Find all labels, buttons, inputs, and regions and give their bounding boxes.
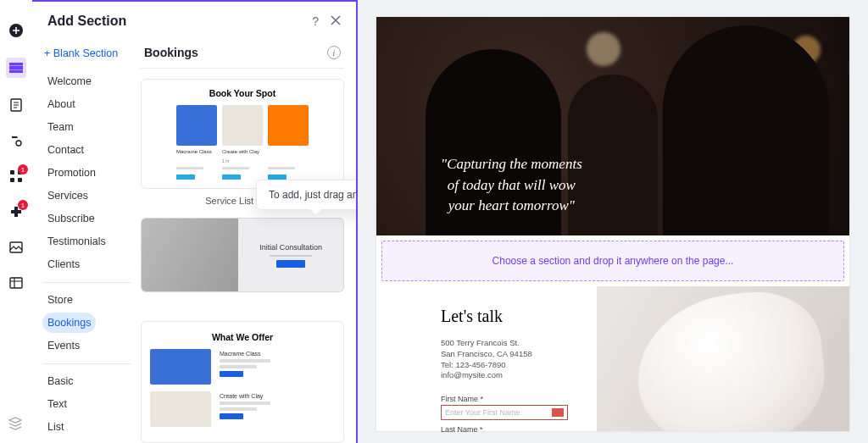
first-name-input[interactable]: Enter Your First Name — [441, 405, 568, 420]
category-services[interactable]: Services — [42, 186, 93, 206]
first-name-label: First Name * — [441, 395, 585, 403]
category-bookings[interactable]: Bookings — [42, 313, 96, 333]
category-basic[interactable]: Basic — [42, 371, 79, 391]
svg-rect-11 — [10, 278, 22, 288]
hero-section: "Capturing the moments of today that wil… — [376, 17, 849, 235]
category-events[interactable]: Events — [42, 335, 85, 356]
category-store[interactable]: Store — [42, 290, 78, 310]
template-title: Initial Consultation — [259, 243, 322, 252]
apps-icon[interactable]: 1 — [8, 168, 25, 185]
apps-badge: 1 — [18, 164, 28, 174]
theme-icon[interactable] — [8, 132, 25, 149]
category-text[interactable]: Text — [42, 394, 72, 414]
contact-section: Let's talk 500 Terry Francois St. San Fr… — [376, 286, 849, 431]
svg-rect-1 — [9, 63, 23, 65]
category-about[interactable]: About — [42, 94, 81, 114]
template-what-we-offer[interactable]: What We Offer Macrame ClassCreate with C… — [141, 321, 344, 443]
media-icon[interactable] — [8, 239, 25, 256]
template-title: Book Your Spot — [148, 88, 337, 98]
category-welcome[interactable]: Welcome — [42, 71, 97, 91]
add-icon[interactable] — [8, 22, 25, 39]
divider — [42, 363, 131, 364]
pages-icon[interactable] — [8, 97, 25, 114]
svg-rect-2 — [9, 67, 23, 69]
extensions-badge: 1 — [18, 200, 28, 210]
divider — [141, 68, 344, 69]
template-initial-consultation[interactable]: Initial Consultation — [141, 218, 344, 292]
category-promotion[interactable]: Promotion — [42, 163, 101, 183]
svg-rect-10 — [10, 242, 22, 252]
layers-icon[interactable] — [8, 416, 23, 435]
contact-address: 500 Terry Francois St. San Francisco, CA… — [441, 338, 585, 381]
svg-rect-8 — [10, 178, 14, 182]
category-clients[interactable]: Clients — [42, 254, 85, 274]
data-icon[interactable] — [8, 274, 25, 291]
last-name-label: Last Name * — [441, 425, 585, 434]
category-testimonials[interactable]: Testimonials — [42, 231, 111, 252]
category-form[interactable]: Form — [42, 440, 77, 443]
drag-drop-tooltip: To add, just drag and drop. — [256, 180, 356, 210]
category-list[interactable]: List — [42, 417, 69, 437]
template-photo — [142, 219, 238, 291]
panel-close-icon[interactable] — [331, 14, 341, 28]
contact-photo — [597, 286, 849, 431]
stage: "Capturing the moments of today that wil… — [358, 0, 868, 443]
svg-rect-6 — [10, 170, 14, 174]
category-contact[interactable]: Contact — [42, 140, 89, 160]
svg-point-5 — [16, 141, 21, 146]
template-service-list-grid[interactable]: Book Your Spot Macrame ClassCreate with … — [141, 79, 344, 189]
svg-rect-3 — [9, 70, 23, 73]
panel-title: Add Section — [47, 14, 126, 29]
extensions-icon[interactable]: 1 — [8, 203, 25, 220]
template-title: What We Offer — [150, 332, 335, 342]
blank-section-link[interactable]: + Blank Section — [42, 44, 134, 71]
templates-heading: Bookings — [144, 46, 198, 59]
divider — [42, 282, 131, 283]
error-icon — [552, 408, 564, 417]
page-canvas[interactable]: "Capturing the moments of today that wil… — [376, 17, 849, 431]
info-icon[interactable]: i — [327, 46, 341, 59]
contact-heading: Let's talk — [441, 307, 585, 326]
category-team[interactable]: Team — [42, 117, 79, 137]
sections-icon[interactable] — [6, 58, 26, 78]
templates-column: Bookings i Book Your Spot Macrame ClassC… — [134, 39, 356, 443]
panel-help-icon[interactable]: ? — [312, 14, 319, 28]
category-sidebar: + Blank Section WelcomeAboutTeamContactP… — [32, 39, 134, 443]
hero-quote: "Capturing the moments of today that wil… — [441, 154, 582, 217]
book-button — [276, 260, 305, 268]
dropzone[interactable]: Choose a section and drop it anywhere on… — [381, 241, 844, 281]
left-rail: 1 1 — [0, 0, 32, 443]
add-section-panel: Add Section ? + Blank Section WelcomeAbo… — [32, 0, 358, 443]
category-subscribe[interactable]: Subscribe — [42, 208, 100, 229]
svg-rect-9 — [18, 178, 22, 182]
